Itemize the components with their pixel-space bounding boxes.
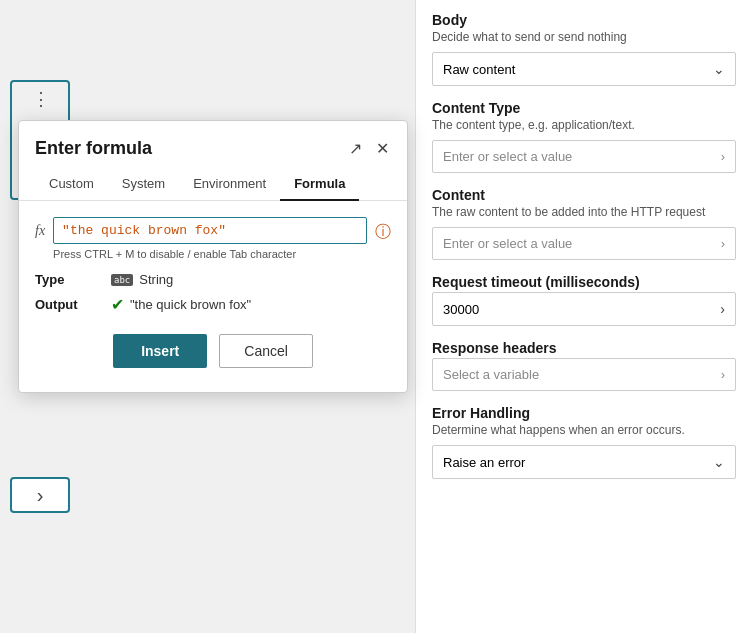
error-handling-value: Raise an error [443, 455, 525, 470]
right-panel: Body Decide what to send or send nothing… [415, 0, 752, 633]
content-type-input[interactable]: Enter or select a value › [432, 140, 736, 173]
content-type-sub: The content type, e.g. application/text. [432, 118, 736, 132]
type-string: String [139, 272, 173, 287]
type-label: Type [35, 272, 95, 287]
close-button[interactable]: ✕ [374, 137, 391, 160]
modal-footer: Insert Cancel [19, 334, 407, 368]
formula-area: fx Press CTRL + M to disable / enable Ta… [35, 217, 391, 260]
info-icon[interactable]: ⓘ [375, 222, 391, 243]
chevron-down-icon-error: ⌄ [713, 454, 725, 470]
error-handling-sub: Determine what happens when an error occ… [432, 423, 736, 437]
content-sub: The raw content to be added into the HTT… [432, 205, 736, 219]
modal-tabs: Custom System Environment Formula [19, 168, 407, 201]
modal-title: Enter formula [35, 138, 152, 159]
chevron-right-icon-timeout: › [720, 301, 725, 317]
request-timeout-section: Request timeout (milliseconds) 30000 › [432, 274, 736, 326]
chevron-right-icon-response: › [721, 367, 725, 382]
string-type-icon: abc [111, 274, 133, 286]
formula-modal: Enter formula ↗ ✕ Custom System Environm… [18, 120, 408, 393]
output-value: ✔ "the quick brown fox" [111, 295, 251, 314]
chevron-right-icon: › [721, 149, 725, 164]
expand-button[interactable]: ↗ [347, 137, 364, 160]
body-dropdown[interactable]: Raw content ⌄ [432, 52, 736, 86]
output-label: Output [35, 297, 95, 312]
output-text: "the quick brown fox" [130, 297, 251, 312]
formula-input[interactable] [53, 217, 367, 244]
tab-system[interactable]: System [108, 168, 179, 201]
request-timeout-title: Request timeout (milliseconds) [432, 274, 736, 290]
bottom-arrow-node[interactable]: › [10, 477, 70, 513]
chevron-down-icon: ⌄ [713, 61, 725, 77]
modal-header: Enter formula ↗ ✕ [19, 121, 407, 168]
response-headers-section: Response headers Select a variable › [432, 340, 736, 391]
response-headers-title: Response headers [432, 340, 736, 356]
fx-label: fx [35, 223, 45, 239]
response-headers-input[interactable]: Select a variable › [432, 358, 736, 391]
modal-header-actions: ↗ ✕ [347, 137, 391, 160]
chevron-right-icon: › [37, 484, 44, 507]
body-value: Raw content [443, 62, 515, 77]
content-placeholder: Enter or select a value [443, 236, 572, 251]
error-handling-title: Error Handling [432, 405, 736, 421]
body-sub: Decide what to send or send nothing [432, 30, 736, 44]
chevron-right-icon-content: › [721, 236, 725, 251]
content-type-placeholder: Enter or select a value [443, 149, 572, 164]
output-row: Output ✔ "the quick brown fox" [35, 295, 391, 314]
tab-formula[interactable]: Formula [280, 168, 359, 201]
cancel-button[interactable]: Cancel [219, 334, 313, 368]
insert-button[interactable]: Insert [113, 334, 207, 368]
body-section: Body Decide what to send or send nothing… [432, 12, 736, 86]
type-output-section: Type abc String Output ✔ "the quick brow… [35, 272, 391, 314]
content-type-section: Content Type The content type, e.g. appl… [432, 100, 736, 173]
request-timeout-value: 30000 [443, 302, 479, 317]
error-handling-dropdown[interactable]: Raise an error ⌄ [432, 445, 736, 479]
close-icon: ✕ [376, 139, 389, 158]
expand-icon: ↗ [349, 139, 362, 158]
formula-input-wrapper: Press CTRL + M to disable / enable Tab c… [53, 217, 367, 260]
formula-hint: Press CTRL + M to disable / enable Tab c… [53, 248, 367, 260]
response-headers-placeholder: Select a variable [443, 367, 539, 382]
dots-icon: ⋮ [32, 88, 49, 110]
content-title: Content [432, 187, 736, 203]
content-type-title: Content Type [432, 100, 736, 116]
type-value: abc String [111, 272, 173, 287]
tab-custom[interactable]: Custom [35, 168, 108, 201]
content-section: Content The raw content to be added into… [432, 187, 736, 260]
tab-environment[interactable]: Environment [179, 168, 280, 201]
error-handling-section: Error Handling Determine what happens wh… [432, 405, 736, 479]
content-input[interactable]: Enter or select a value › [432, 227, 736, 260]
check-icon: ✔ [111, 295, 124, 314]
body-title: Body [432, 12, 736, 28]
request-timeout-field[interactable]: 30000 › [432, 292, 736, 326]
type-row: Type abc String [35, 272, 391, 287]
